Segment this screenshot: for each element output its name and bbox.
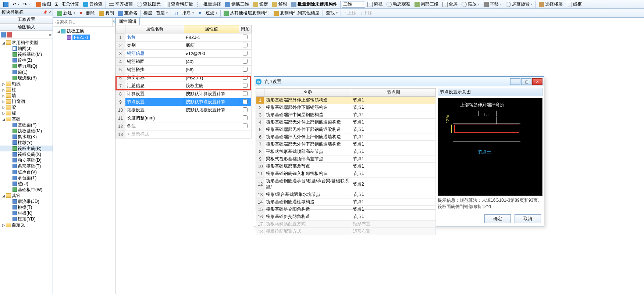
add-checkbox[interactable] (243, 99, 248, 104)
add-checkbox[interactable] (243, 91, 248, 96)
tree-leaf[interactable]: 集水坑(K) (0, 134, 53, 140)
tree-leaf[interactable]: 筏板基础(M) (0, 51, 53, 57)
add-checkbox[interactable] (243, 83, 248, 88)
add-checkbox[interactable] (243, 51, 248, 55)
lock-button[interactable]: 锁定 (251, 0, 270, 8)
find-element-button[interactable]: 查找图元 (135, 0, 163, 8)
tree-leaf[interactable]: 筏板主筋(R) (0, 146, 53, 151)
tree-leaf[interactable]: 栏板(K) (0, 210, 53, 216)
sort-button[interactable]: ↓↑ 排序▾ (172, 9, 195, 17)
fullscreen-button[interactable]: 全屏 (441, 0, 459, 8)
tree-group[interactable]: ▷墙 (0, 93, 53, 98)
redo-button[interactable]: ↷▾ (21, 0, 32, 8)
find-button[interactable]: 查找▾ (324, 9, 339, 17)
node-row[interactable]: 15筏形基础斜交阳角构造节点1 (256, 206, 436, 213)
prop-row[interactable]: 12备注 (116, 122, 252, 130)
tree-leaf[interactable]: 挑檐(T) (0, 204, 53, 210)
orbit-button[interactable]: 动态观察 (385, 0, 412, 8)
prop-row[interactable]: 8计算设置按默认计算设置计算 (116, 90, 252, 98)
nav-more-icon[interactable]: ≫ (49, 33, 52, 37)
prop-row[interactable]: 9节点设置按默认节点设置计算 (116, 98, 252, 106)
view-mode-combo[interactable]: 二维▾ (342, 1, 365, 8)
add-checkbox[interactable] (243, 123, 248, 128)
tree-root-item[interactable]: ◢ 筏板主筋 (54, 28, 114, 34)
dialog-titlebar[interactable]: ⊕ 节点设置 ― ▢ ✕ (254, 77, 544, 86)
tab-project-settings[interactable]: 工程设置 (0, 16, 53, 24)
align-top-button[interactable]: 平齐板顶 (107, 0, 135, 8)
add-checkbox[interactable] (243, 107, 248, 112)
tree-leaf[interactable]: 独立基础(D) (0, 157, 53, 163)
add-checkbox[interactable] (243, 35, 248, 39)
tree-leaf[interactable]: 筏板基础(M) (0, 128, 53, 134)
select-floor-button[interactable]: 选择楼层 (537, 0, 565, 8)
tree-leaf[interactable]: 条形基础(T) (0, 163, 53, 169)
local-3d-button[interactable]: 局部三维 (413, 0, 440, 8)
node-row[interactable]: 10筏形基础底部高差节点节点1 (256, 163, 436, 170)
nav-pin-icon[interactable]: 📌 (43, 10, 47, 14)
tree-leaf[interactable]: 梁(L) (0, 69, 53, 75)
node-row[interactable]: 4筏形基础端部无外伸上部钢筋遇梁构造节点1 (256, 119, 436, 126)
node-row[interactable]: 12筏形基础钢筋遇承台/独基/承台梁/基础联系梁/节点2 (256, 178, 436, 191)
node-row[interactable]: 6筏形基础端部无外伸上部钢筋遇墙构造节点1 (256, 133, 436, 141)
prop-row[interactable]: 1名称FBZJ-1 (116, 33, 252, 42)
prop-row[interactable]: 10搭接设置按默认搭接设置计算 (116, 106, 252, 114)
add-checkbox[interactable] (243, 75, 248, 80)
ok-button[interactable]: 确定 (484, 214, 511, 223)
mini-icon-2[interactable] (7, 32, 12, 37)
copy-to-floor-button[interactable]: 复制构件到其他楼层 (272, 9, 321, 17)
node-row[interactable]: 1筏形基础端部外伸上部钢筋构造节点1 (256, 97, 436, 104)
tree-leaf[interactable]: 现浇板(B) (0, 75, 53, 81)
rebar-3d-button[interactable]: 钢筋三维 (223, 0, 251, 8)
node-row[interactable]: 17筏板马凳筋配置方式矩形布置 (256, 220, 436, 228)
add-checkbox[interactable] (243, 43, 248, 47)
prop-row[interactable]: 2类别底筋 (116, 42, 252, 50)
tree-group[interactable]: ▷梁 (0, 104, 53, 110)
undo-button[interactable]: ↶▾ (11, 0, 21, 8)
prop-row[interactable]: 11长度调整(mm) (116, 114, 252, 122)
view-rebar-button[interactable]: 查看钢筋量 (163, 0, 195, 8)
cloud-check-button[interactable]: 云检查 (81, 0, 104, 8)
filter-button[interactable]: ▼ 过滤▾ (196, 9, 219, 17)
tree-leaf[interactable]: 压顶(YD) (0, 216, 53, 222)
save-button[interactable] (1, 0, 10, 8)
draw-button[interactable]: 绘图 (34, 0, 53, 8)
tree-leaf[interactable]: 轴网(J) (0, 46, 53, 51)
tree-leaf[interactable]: 桩承台(V) (0, 169, 53, 175)
copy-button[interactable]: 复制 (97, 9, 116, 17)
prop-row[interactable]: 3钢筋信息⌀12@200 (116, 50, 252, 58)
tree-child-item[interactable]: FBZJ-1 (54, 34, 114, 40)
tree-leaf[interactable]: 剪力墙(Q) (0, 63, 53, 69)
prop-row[interactable]: 5钢筋搭接(56) (116, 66, 252, 74)
tree-group[interactable]: ▷柱 (0, 87, 53, 93)
tree-group[interactable]: ▷轴线 (0, 81, 53, 87)
move-down-button[interactable]: ↓ 下移 (358, 9, 374, 17)
dialog-maximize-button[interactable]: ▢ (521, 78, 531, 85)
tree-leaf[interactable]: 柱墩(Y) (0, 140, 53, 146)
batch-del-unused-button[interactable]: 批量删除未使用构件 (289, 0, 339, 8)
node-row[interactable]: 3筏形基础端部中间层钢筋构造节点1 (256, 111, 436, 119)
zoom-button[interactable]: 缩放▾ (460, 0, 481, 8)
node-row[interactable]: 13筏形/承台基础遇集水坑节点节点1 (256, 191, 436, 198)
unlock-button[interactable]: 解锁 (270, 0, 289, 8)
node-row[interactable]: 2筏形基础端部外伸下部钢筋构造节点1 (256, 104, 436, 111)
move-up-button[interactable]: ↑ 上移 (342, 9, 358, 17)
rotate-screen-button[interactable]: 屏幕旋转▾ (504, 0, 534, 8)
add-checkbox[interactable] (243, 115, 248, 120)
prop-row[interactable]: 7汇总信息筏板主筋 (116, 82, 252, 90)
prop-row[interactable]: 6归类名称(FBZJ-1) (116, 74, 252, 82)
dialog-close-button[interactable]: ✕ (532, 78, 542, 85)
add-checkbox[interactable] (243, 59, 248, 64)
prop-row[interactable]: 4钢筋锚固(40) (116, 58, 252, 66)
tree-leaf[interactable]: 基础板带(W) (0, 187, 53, 193)
top-view-button[interactable]: 俯视 (366, 0, 384, 8)
tree-leaf[interactable]: 后浇带(JD) (0, 198, 53, 204)
node-row[interactable]: 16筏形基础斜交阴角构造节点1 (256, 213, 436, 220)
tree-group[interactable]: ▷门窗洞 (0, 98, 53, 104)
node-row[interactable]: 9梁板式筏形基础顶部高差节点节点1 (256, 155, 436, 163)
tab-property-edit[interactable]: 属性编辑 (115, 18, 140, 25)
tree-group[interactable]: ◢常用构件类型 (0, 40, 53, 46)
node-row[interactable]: 18筏板拉筋配置方式矩形布置 (256, 228, 436, 235)
wireframe-button[interactable]: 线框 (565, 0, 584, 8)
tree-group[interactable]: ◢其它 (0, 193, 53, 198)
copy-from-floor-button[interactable]: 从其他楼层复制构件 (222, 9, 271, 17)
